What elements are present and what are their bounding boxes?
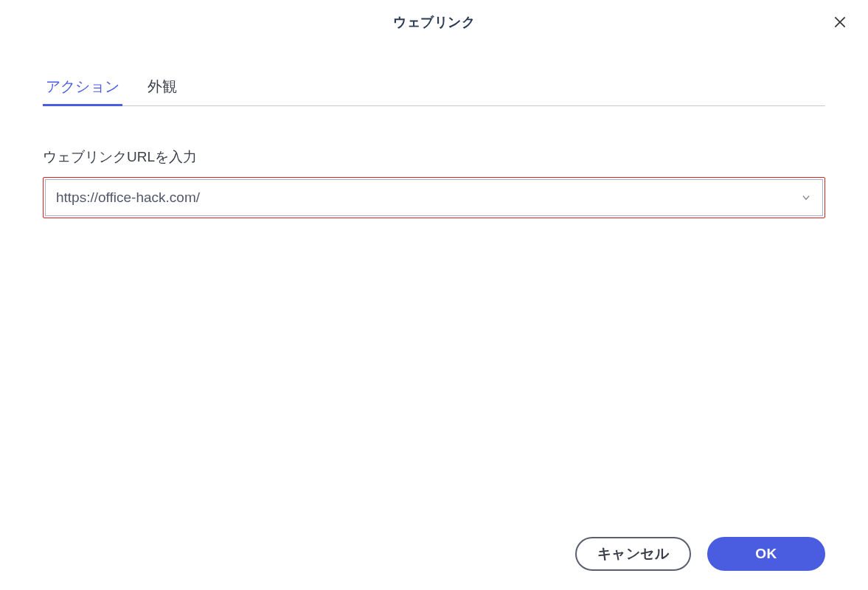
tab-appearance[interactable]: 外観: [145, 71, 180, 105]
chevron-down-icon: [800, 192, 812, 204]
ok-button[interactable]: OK: [707, 537, 825, 571]
url-input[interactable]: [56, 190, 793, 206]
weblink-dialog: ウェブリンク アクション 外観 ウェブリンクURLを入力: [0, 0, 868, 590]
url-field-label: ウェブリンクURLを入力: [43, 148, 825, 167]
close-button[interactable]: [830, 12, 850, 32]
url-field-highlight: [43, 177, 825, 218]
dialog-title: ウェブリンク: [393, 13, 475, 31]
cancel-button[interactable]: キャンセル: [575, 537, 692, 571]
tab-strip: アクション 外観: [43, 71, 825, 106]
url-combobox[interactable]: [45, 179, 823, 216]
close-icon: [833, 15, 847, 30]
dialog-footer: キャンセル OK: [575, 537, 826, 571]
dialog-body: アクション 外観 ウェブリンクURLを入力: [0, 41, 868, 218]
tab-action[interactable]: アクション: [43, 71, 122, 105]
dialog-header: ウェブリンク: [0, 0, 868, 41]
